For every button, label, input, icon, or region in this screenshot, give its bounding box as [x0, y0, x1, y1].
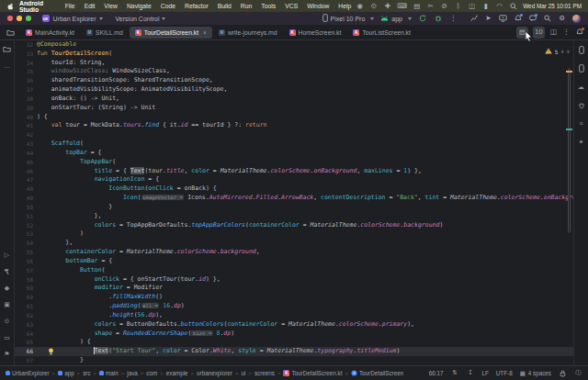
code-line-39[interactable]: 39 onStartTour: (String) -> Unit — [15, 104, 573, 113]
line-number[interactable]: 48 — [15, 184, 37, 194]
tab-skill-md[interactable]: MSKILL.md — [81, 27, 129, 39]
line-number[interactable]: 39 — [15, 104, 37, 113]
menu-run[interactable]: Run — [236, 3, 256, 9]
line-number[interactable]: 66 — [15, 347, 37, 356]
warning-stripe-mark[interactable] — [566, 71, 572, 73]
code-line-60[interactable]: 60 .fillMaxWidth() — [15, 293, 573, 302]
code-line-43[interactable]: 43 Scaffold( — [15, 140, 573, 149]
app-quality-insights-icon[interactable] — [577, 100, 585, 110]
menu-build[interactable]: Build — [213, 3, 236, 9]
code-line-34[interactable]: 34 tourId: String, — [15, 59, 573, 68]
code-line-61[interactable]: 61 .padding(all = 16.dp) — [15, 302, 573, 311]
line-number[interactable]: 42 — [15, 130, 37, 140]
breadcrumb-urbanexplorer[interactable]: urbanexplorer — [197, 370, 232, 376]
structure-icon[interactable]: ≡ — [577, 118, 585, 129]
problems-tool-icon[interactable]: ⊙ — [3, 316, 11, 326]
code-line-46[interactable]: 46 title = { Text(tour.title, color = Ma… — [15, 167, 573, 176]
breadcrumb-example[interactable]: example — [166, 370, 188, 376]
running-devices-icon[interactable] — [577, 63, 585, 73]
code-line-58[interactable]: 58 onClick = { onStartTour(tour.id) }, — [15, 275, 573, 285]
split-editor-icon[interactable]: ◫ — [549, 28, 558, 38]
line-number[interactable]: 47 — [15, 175, 37, 184]
code-line-32[interactable]: 32@Composable — [15, 40, 573, 50]
code-line-47[interactable]: 47 navigationIcon = { — [15, 175, 573, 184]
bookmarks-tool-icon[interactable]: ⚑ — [3, 349, 11, 359]
code-line-42[interactable]: 42 — [15, 130, 573, 140]
line-number[interactable]: 46 — [15, 167, 37, 176]
cut-icon[interactable]: ✂ — [426, 1, 435, 11]
line-number[interactable]: 52 — [15, 221, 37, 230]
code-line-55[interactable]: 55 containerColor = MaterialTheme.colorS… — [15, 248, 573, 257]
code-line-67[interactable]: 67 } — [15, 356, 573, 365]
vcs-widget[interactable]: Version Control — [116, 16, 160, 22]
spotlight-icon[interactable] — [509, 1, 517, 11]
battery-icon[interactable]: ▮ — [481, 1, 490, 11]
project-selector[interactable]: Urban Explorer — [53, 16, 96, 22]
notifications-bell-icon[interactable] — [575, 28, 583, 38]
line-number[interactable]: 44 — [15, 149, 37, 158]
code-line-44[interactable]: 44 topBar = { — [15, 149, 573, 158]
line-number[interactable]: 41 — [15, 121, 37, 130]
encoding[interactable]: UTF-8 — [496, 370, 513, 376]
close-window-button[interactable] — [7, 16, 13, 21]
menubar-clock[interactable]: Wed Mar 25 10:01 PM — [523, 3, 582, 9]
tab-tourdetailscreen-kt[interactable]: KTourDetailScreen.kt× — [130, 27, 212, 39]
build-tool-icon[interactable] — [3, 266, 11, 276]
line-number[interactable]: 43 — [15, 140, 37, 149]
code-line-56[interactable]: 56 bottomBar = { — [15, 257, 573, 266]
line-ending[interactable]: LF — [481, 370, 488, 376]
line-number[interactable]: 50 — [15, 203, 37, 212]
new-item-icon[interactable]: ✚ — [383, 1, 391, 11]
line-number[interactable]: 63 — [15, 320, 37, 330]
notifications-icon[interactable] — [514, 14, 522, 24]
code-line-35[interactable]: 35 windowSizeClass: WindowSizeClass, — [15, 67, 573, 76]
line-number[interactable]: 35 — [15, 67, 37, 76]
feedback-icon[interactable] — [528, 14, 537, 24]
menu-help[interactable]: Help — [334, 3, 356, 9]
tab-mainactivity-kt[interactable]: KMainActivity.kt — [20, 27, 80, 39]
device-selector[interactable]: Pixel 10 Pro — [322, 14, 375, 23]
window-manager-icon[interactable]: ◫ — [468, 1, 476, 11]
code-line-57[interactable]: 57 Button( — [15, 266, 573, 275]
line-number[interactable]: 55 — [15, 248, 37, 257]
do-not-disturb-icon[interactable]: ⊘ — [440, 1, 448, 11]
line-number[interactable]: 51 — [15, 212, 37, 221]
menu-edit[interactable]: Edit — [80, 3, 100, 9]
code-line-59[interactable]: 59 modifier = Modifier — [15, 284, 573, 293]
breadcrumb-java[interactable]: java — [127, 370, 138, 376]
code-line-52[interactable]: 52 colors = TopAppBarDefaults.topAppBarC… — [15, 221, 573, 230]
inspection-widget[interactable]: 5 ∧ ∨ — [545, 48, 570, 55]
code-line-37[interactable]: 37 animatedVisibilityScope: AnimatedVisi… — [15, 85, 573, 95]
wifi-icon[interactable]: ◠ — [495, 1, 503, 11]
breadcrumb-screens[interactable]: screens — [254, 370, 275, 376]
sync-gradle-icon[interactable] — [418, 14, 426, 24]
code-line-45[interactable]: 45 TopAppBar( — [15, 158, 573, 167]
breadcrumb-app[interactable]: app — [58, 370, 74, 376]
line-number[interactable]: 62 — [15, 311, 37, 320]
line-number[interactable]: 33 — [15, 50, 37, 59]
menu-view[interactable]: View — [99, 3, 122, 9]
user-avatar[interactable] — [572, 15, 581, 23]
line-number[interactable]: 53 — [15, 229, 37, 239]
line-number[interactable]: 56 — [15, 257, 37, 266]
code-line-54[interactable]: 54 }, — [15, 239, 573, 248]
next-warning-icon[interactable]: ∨ — [567, 49, 570, 54]
stats-icon[interactable]: ⊙ — [369, 1, 378, 11]
line-number[interactable]: 54 — [15, 239, 37, 248]
line-number[interactable]: 61 — [15, 302, 37, 311]
line-number[interactable]: 37 — [15, 85, 37, 95]
maximize-window-button[interactable] — [26, 16, 31, 21]
menu-navigate[interactable]: Navigate — [122, 3, 156, 9]
line-number[interactable]: 60 — [15, 293, 37, 302]
more-actions-icon[interactable]: ⋮ — [449, 14, 458, 24]
run-config-selector[interactable]: app — [380, 14, 412, 24]
menu-vcs[interactable]: VCS — [280, 3, 302, 9]
line-number[interactable]: 64 — [15, 330, 37, 339]
code-line-36[interactable]: 36 sharedTransitionScope: SharedTransiti… — [15, 76, 573, 85]
project-tool-icon[interactable] — [3, 44, 11, 54]
code-line-65[interactable]: 65 ) { — [15, 338, 573, 347]
line-number[interactable]: 59 — [15, 284, 37, 293]
commit-tool-icon[interactable]: ◆ — [3, 283, 11, 293]
indent-config[interactable]: ▦4 spaces — [520, 370, 551, 377]
menu-refactor[interactable]: Refactor — [180, 3, 213, 9]
